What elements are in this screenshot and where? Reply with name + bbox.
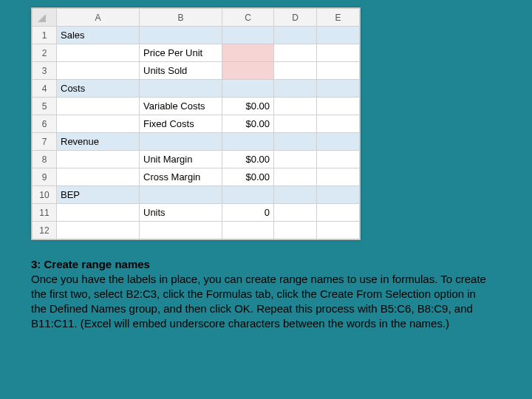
- cell-E5[interactable]: [317, 98, 360, 115]
- cell-B5[interactable]: Variable Costs: [140, 98, 222, 115]
- cell-D12[interactable]: [274, 222, 317, 239]
- cell-E1[interactable]: [317, 27, 360, 44]
- col-header-B[interactable]: B: [140, 9, 222, 27]
- cell-E12[interactable]: [317, 222, 360, 239]
- cell-D10[interactable]: [274, 186, 317, 204]
- col-header-E[interactable]: E: [317, 9, 360, 27]
- cell-B3[interactable]: Units Sold: [140, 62, 222, 80]
- cell-E3[interactable]: [317, 62, 360, 80]
- cell-D11[interactable]: [274, 204, 317, 222]
- cell-B4[interactable]: [140, 80, 222, 98]
- cell-C10[interactable]: [222, 186, 274, 204]
- col-header-D[interactable]: D: [274, 9, 317, 27]
- row-header-6[interactable]: 6: [33, 115, 57, 133]
- row-header-8[interactable]: 8: [33, 151, 57, 168]
- col-header-A[interactable]: A: [57, 9, 140, 27]
- cell-B6[interactable]: Fixed Costs: [140, 115, 222, 133]
- cell-D6[interactable]: [274, 115, 317, 133]
- cell-C1[interactable]: [222, 27, 274, 44]
- cell-C2[interactable]: [222, 44, 274, 62]
- cell-E2[interactable]: [317, 44, 360, 62]
- cell-D9[interactable]: [274, 168, 317, 186]
- cell-D7[interactable]: [274, 133, 317, 151]
- cell-B10[interactable]: [140, 186, 222, 204]
- spreadsheet: A B C D E 1 Sales 2 Price Per Unit: [31, 7, 361, 240]
- cell-E10[interactable]: [317, 186, 360, 204]
- cell-A2[interactable]: [57, 44, 140, 62]
- cell-A10[interactable]: BEP: [57, 186, 140, 204]
- row-header-2[interactable]: 2: [33, 44, 57, 62]
- row-header-3[interactable]: 3: [33, 62, 57, 80]
- cell-B12[interactable]: [140, 222, 222, 239]
- cell-D4[interactable]: [274, 80, 317, 98]
- row-header-11[interactable]: 11: [33, 204, 57, 222]
- col-header-C[interactable]: C: [222, 9, 274, 27]
- cell-B9[interactable]: Cross Margin: [140, 168, 222, 186]
- cell-A1[interactable]: Sales: [57, 27, 140, 44]
- cell-D8[interactable]: [274, 151, 317, 168]
- cell-B11[interactable]: Units: [140, 204, 222, 222]
- cell-B1[interactable]: [140, 27, 222, 44]
- cell-A8[interactable]: [57, 151, 140, 168]
- svg-marker-0: [38, 14, 46, 22]
- cell-C6[interactable]: $0.00: [222, 115, 274, 133]
- cell-E7[interactable]: [317, 133, 360, 151]
- row-header-10[interactable]: 10: [33, 186, 57, 204]
- cell-E4[interactable]: [317, 80, 360, 98]
- row-header-5[interactable]: 5: [33, 98, 57, 115]
- cell-C9[interactable]: $0.00: [222, 168, 274, 186]
- cell-C12[interactable]: [222, 222, 274, 239]
- cell-C5[interactable]: $0.00: [222, 98, 274, 115]
- cell-A3[interactable]: [57, 62, 140, 80]
- cell-D1[interactable]: [274, 27, 317, 44]
- cell-B8[interactable]: Unit Margin: [140, 151, 222, 168]
- cell-B7[interactable]: [140, 133, 222, 151]
- row-header-7[interactable]: 7: [33, 133, 57, 151]
- cell-C11[interactable]: 0: [222, 204, 274, 222]
- cell-C3[interactable]: [222, 62, 274, 80]
- cell-E8[interactable]: [317, 151, 360, 168]
- cell-B2[interactable]: Price Per Unit: [140, 44, 222, 62]
- cell-A5[interactable]: [57, 98, 140, 115]
- cell-A9[interactable]: [57, 168, 140, 186]
- row-header-1[interactable]: 1: [33, 27, 57, 44]
- cell-C8[interactable]: $0.00: [222, 151, 274, 168]
- cell-C4[interactable]: [222, 80, 274, 98]
- cell-A7[interactable]: Revenue: [57, 133, 140, 151]
- row-header-9[interactable]: 9: [33, 168, 57, 186]
- cell-A4[interactable]: Costs: [57, 80, 140, 98]
- instruction-heading: 3: Create range names: [31, 258, 150, 270]
- instruction-block: 3: Create range names Once you have the …: [31, 257, 489, 331]
- spreadsheet-grid[interactable]: A B C D E 1 Sales 2 Price Per Unit: [32, 8, 360, 239]
- cell-A11[interactable]: [57, 204, 140, 222]
- cell-C7[interactable]: [222, 133, 274, 151]
- row-header-4[interactable]: 4: [33, 80, 57, 98]
- cell-D2[interactable]: [274, 44, 317, 62]
- cell-D5[interactable]: [274, 98, 317, 115]
- row-header-12[interactable]: 12: [33, 222, 57, 239]
- instruction-body: Once you have the labels in place, you c…: [31, 273, 486, 330]
- cell-D3[interactable]: [274, 62, 317, 80]
- cell-A6[interactable]: [57, 115, 140, 133]
- select-all-corner[interactable]: [33, 9, 57, 27]
- cell-A12[interactable]: [57, 222, 140, 239]
- cell-E6[interactable]: [317, 115, 360, 133]
- cell-E11[interactable]: [317, 204, 360, 222]
- cell-E9[interactable]: [317, 168, 360, 186]
